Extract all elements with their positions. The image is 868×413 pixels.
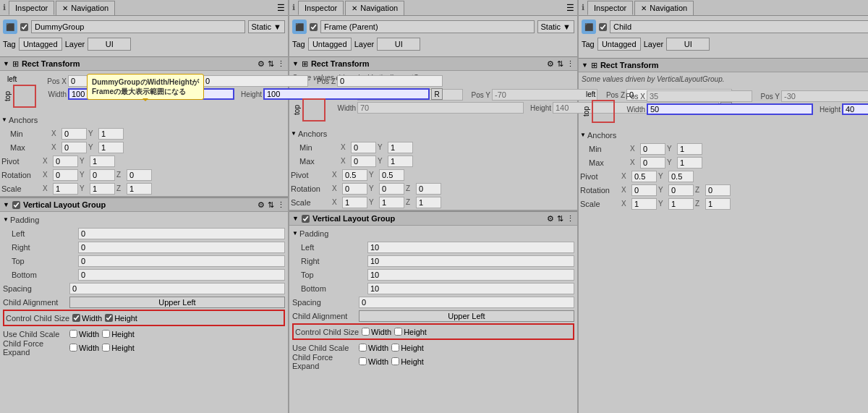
- fold-arrow-3[interactable]: ▼: [582, 61, 588, 69]
- use-scale-width-checkbox-1[interactable]: [69, 330, 77, 338]
- gear-icon-2[interactable]: [547, 59, 554, 69]
- object-active-checkbox-1[interactable]: [20, 23, 28, 31]
- object-active-checkbox-2[interactable]: [310, 23, 318, 31]
- pad-bottom-input-1[interactable]: [78, 269, 285, 281]
- vlg-more-1[interactable]: ⋮: [277, 200, 285, 210]
- control-height-checkbox-1[interactable]: [105, 314, 113, 322]
- vlg-more-2[interactable]: ⋮: [566, 214, 574, 223]
- r-button-1[interactable]: R: [431, 88, 443, 100]
- min-y-input-1[interactable]: [98, 128, 124, 140]
- use-scale-height-checkbox-1[interactable]: [102, 330, 110, 338]
- tab-inspector-3[interactable]: Inspector: [587, 1, 633, 15]
- posy-input-3[interactable]: [781, 90, 868, 102]
- control-width-checkbox-1[interactable]: [72, 314, 80, 322]
- fold-arrow-1[interactable]: ▼: [3, 60, 9, 67]
- more-icon-1[interactable]: ⋮: [277, 59, 285, 69]
- layer-dropdown-1[interactable]: UI: [88, 38, 131, 51]
- max-x-input-3[interactable]: [640, 157, 665, 169]
- tab-navigation-2[interactable]: ✕ Navigation: [345, 1, 404, 15]
- scale-y-input-2[interactable]: [379, 197, 404, 208]
- scale-z-input-1[interactable]: [127, 183, 152, 195]
- scale-y-input-3[interactable]: [668, 198, 694, 210]
- pivot-y-input-1[interactable]: [90, 156, 115, 167]
- scale-z-input-3[interactable]: [705, 198, 731, 210]
- fold-arrow-2[interactable]: ▼: [292, 60, 299, 67]
- padding-fold-1[interactable]: ▼: [3, 216, 9, 223]
- anchors-fold-3[interactable]: ▼: [580, 132, 586, 138]
- rot-y-input-1[interactable]: [90, 169, 115, 181]
- tag-dropdown-1[interactable]: Untagged: [19, 38, 62, 51]
- pivot-x-input-1[interactable]: [53, 156, 78, 167]
- gear-icon-1[interactable]: [258, 59, 265, 69]
- pivot-x-input-3[interactable]: [631, 171, 657, 182]
- child-align-dropdown-1[interactable]: Upper Left: [69, 297, 285, 308]
- min-y-input-2[interactable]: [388, 142, 413, 153]
- pad-top-input-1[interactable]: [78, 255, 285, 267]
- tab-menu-2[interactable]: ☰: [566, 3, 574, 13]
- use-scale-height-checkbox-2[interactable]: [391, 344, 399, 352]
- max-x-input-1[interactable]: [61, 142, 87, 153]
- scale-y-input-1[interactable]: [90, 183, 115, 195]
- lines-icon-2[interactable]: ⇅: [557, 59, 563, 69]
- posy-input-1[interactable]: [203, 75, 308, 87]
- vlg-gear-2[interactable]: [547, 214, 554, 223]
- control-width-checkbox-2[interactable]: [362, 328, 370, 336]
- vlg-active-2[interactable]: [302, 215, 310, 223]
- tab-inspector-2[interactable]: Inspector: [298, 1, 344, 15]
- anchors-fold-1[interactable]: ▼: [1, 116, 7, 123]
- rot-x-input-3[interactable]: [631, 184, 657, 196]
- scale-x-input-3[interactable]: [631, 198, 657, 210]
- rot-z-input-3[interactable]: [705, 184, 731, 196]
- max-y-input-2[interactable]: [388, 156, 413, 167]
- tag-dropdown-2[interactable]: Untagged: [308, 38, 352, 51]
- tab-navigation-3[interactable]: ✕ Navigation: [634, 1, 694, 15]
- spacing-input-1[interactable]: [69, 283, 285, 294]
- tab-navigation-1[interactable]: ✕ Navigation: [56, 1, 115, 15]
- pad-top-input-2[interactable]: [367, 269, 574, 281]
- object-name-input-1[interactable]: [31, 20, 245, 33]
- tag-dropdown-3[interactable]: Untagged: [597, 38, 641, 51]
- object-active-checkbox-3[interactable]: [599, 23, 607, 31]
- scale-x-input-2[interactable]: [342, 197, 367, 208]
- pad-right-input-2[interactable]: [367, 255, 574, 267]
- rot-y-input-3[interactable]: [668, 184, 694, 196]
- vlg-gear-1[interactable]: [258, 200, 265, 210]
- more-icon-2[interactable]: ⋮: [566, 59, 574, 69]
- width-input-3[interactable]: [647, 103, 813, 115]
- max-y-input-3[interactable]: [677, 157, 702, 169]
- expand-height-checkbox-1[interactable]: [102, 344, 110, 352]
- vlg-lines-1[interactable]: ⇅: [268, 200, 274, 210]
- max-x-input-2[interactable]: [351, 156, 376, 167]
- static-button-1[interactable]: Static ▼: [248, 20, 285, 33]
- tab-menu-1[interactable]: ☰: [277, 3, 285, 13]
- static-button-2[interactable]: Static ▼: [537, 20, 574, 33]
- max-y-input-1[interactable]: [98, 142, 124, 153]
- padding-fold-2[interactable]: ▼: [292, 230, 298, 237]
- expand-width-checkbox-1[interactable]: [69, 344, 77, 352]
- min-x-input-2[interactable]: [351, 142, 376, 153]
- rot-z-input-1[interactable]: [127, 169, 152, 181]
- expand-width-checkbox-2[interactable]: [359, 357, 367, 365]
- vlg-fold-1[interactable]: ▼: [3, 201, 9, 208]
- pivot-y-input-3[interactable]: [668, 171, 694, 182]
- tab-inspector-1[interactable]: Inspector: [9, 1, 54, 15]
- pivot-y-input-2[interactable]: [379, 169, 404, 181]
- vlg-active-1[interactable]: [12, 201, 20, 209]
- layer-dropdown-2[interactable]: UI: [377, 38, 420, 51]
- posz-input-1[interactable]: [337, 75, 443, 87]
- object-name-input-3[interactable]: [610, 20, 868, 33]
- vlg-lines-2[interactable]: ⇅: [557, 214, 563, 223]
- min-y-input-3[interactable]: [677, 143, 702, 155]
- pad-left-input-2[interactable]: [367, 242, 574, 253]
- object-name-input-2[interactable]: [320, 20, 535, 33]
- scale-z-input-2[interactable]: [416, 197, 441, 208]
- min-x-input-3[interactable]: [640, 143, 665, 155]
- lines-icon-1[interactable]: ⇅: [268, 59, 274, 69]
- rot-x-input-2[interactable]: [342, 183, 367, 195]
- child-align-dropdown-2[interactable]: Upper Left: [359, 310, 574, 322]
- pad-bottom-input-2[interactable]: [367, 283, 574, 294]
- rot-y-input-2[interactable]: [379, 183, 404, 195]
- height-input-1[interactable]: [263, 88, 430, 100]
- pad-left-input-1[interactable]: [78, 228, 285, 239]
- rot-x-input-1[interactable]: [53, 169, 78, 181]
